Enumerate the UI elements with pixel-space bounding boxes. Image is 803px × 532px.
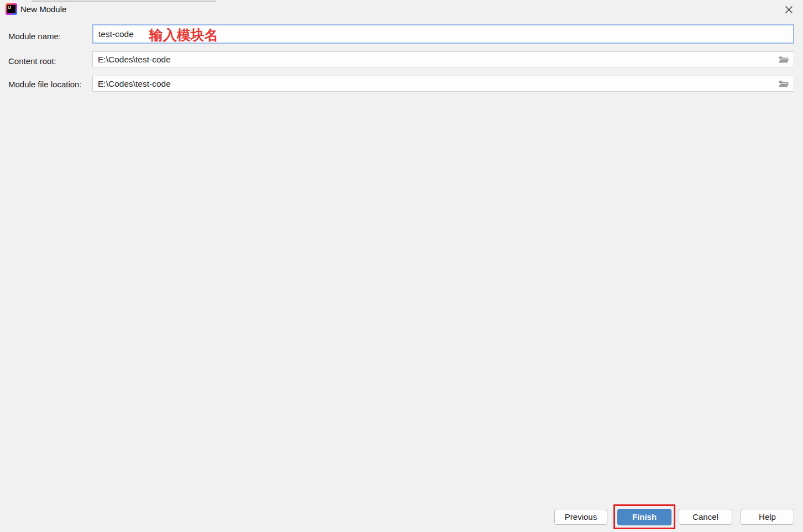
intellij-logo-letters: IJ: [7, 5, 15, 13]
close-button[interactable]: [780, 2, 797, 17]
module-file-location-input[interactable]: [93, 76, 776, 91]
content-root-browse-button[interactable]: [776, 52, 794, 67]
close-icon: [785, 6, 793, 14]
previous-button[interactable]: Previous: [554, 509, 607, 525]
cancel-button[interactable]: Cancel: [679, 509, 732, 525]
module-file-location-field: [92, 76, 794, 92]
content-root-input[interactable]: [93, 52, 776, 67]
folder-open-icon: [778, 55, 789, 64]
window-title: New Module: [20, 4, 66, 14]
module-name-field: 输入模块名: [92, 24, 794, 44]
folder-open-icon: [778, 80, 789, 88]
new-module-dialog: IJ New Module Module name: 输入模块名 Content…: [0, 0, 803, 532]
content-root-field: [92, 51, 794, 67]
module-file-location-label: Module file location:: [8, 80, 82, 89]
module-name-input[interactable]: [93, 25, 793, 43]
module-file-location-browse-button[interactable]: [776, 76, 794, 91]
intellij-idea-logo-icon: IJ: [6, 3, 17, 15]
finish-button[interactable]: Finish: [617, 509, 671, 525]
finish-annotation-highlight: Finish: [613, 504, 675, 529]
titlebar: IJ New Module: [0, 0, 803, 19]
module-name-label: Module name:: [8, 31, 61, 41]
content-root-label: Content root:: [8, 56, 56, 66]
help-button[interactable]: Help: [741, 509, 794, 525]
